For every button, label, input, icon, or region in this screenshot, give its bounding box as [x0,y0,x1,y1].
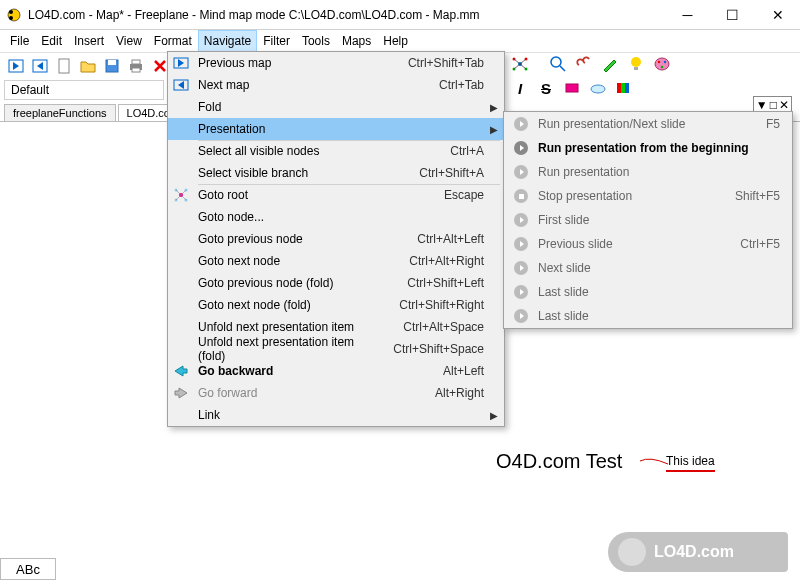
menu-item-presentation[interactable]: Presentation▶ [168,118,504,140]
submenu-item-run-presentation[interactable]: Run presentation [504,160,792,184]
mindmap-child-node[interactable]: This idea [666,454,715,472]
print-icon[interactable] [125,55,147,77]
menu-item-label: Unfold next presentation item (fold) [198,335,373,363]
submenu-item-last-slide[interactable]: Last slide [504,280,792,304]
menu-item-goto-previous-node-fold-[interactable]: Goto previous node (fold)Ctrl+Shift+Left [168,272,504,294]
menu-item-shortcut: Ctrl+A [450,144,484,158]
play-dot-icon [514,117,528,131]
menu-item-shortcut: Ctrl+Alt+Left [417,232,484,246]
zoom-icon[interactable] [547,53,569,75]
menu-item-goto-next-node[interactable]: Goto next nodeCtrl+Alt+Right [168,250,504,272]
submenu-item-label: Last slide [538,309,780,323]
menu-item-goto-root[interactable]: Goto rootEscape [168,184,504,206]
menu-item-shortcut: Ctrl+Shift+A [419,166,484,180]
play-dot-icon [514,141,528,155]
pen-icon[interactable] [599,53,621,75]
menu-item-label: Goto root [198,188,424,202]
panel-collapse-icon[interactable]: ▼ [756,98,768,112]
submenu-item-shortcut: F5 [766,117,780,131]
submenu-arrow-icon: ▶ [490,410,498,421]
mindmap-root-node[interactable]: O4D.com Test [496,450,622,473]
tab-document[interactable]: freeplaneFunctions [4,104,116,121]
menu-help[interactable]: Help [377,30,414,52]
panel-close-icon[interactable]: ✕ [779,98,789,112]
prev-map-icon[interactable] [5,55,27,77]
submenu-item-next-slide[interactable]: Next slide [504,256,792,280]
play-dot-icon [514,213,528,227]
maximize-button[interactable]: ☐ [710,0,755,29]
play-dot-icon [514,285,528,299]
submenu-item-label: Last slide [538,285,780,299]
minimize-button[interactable]: ─ [665,0,710,29]
menu-file[interactable]: File [4,30,35,52]
menu-item-shortcut: Alt+Right [435,386,484,400]
menu-item-next-map[interactable]: Next mapCtrl+Tab [168,74,504,96]
play-dot-icon [514,309,528,323]
menu-item-unfold-next-presentation-item-fold-[interactable]: Unfold next presentation item (fold)Ctrl… [168,338,504,360]
new-icon[interactable] [53,55,75,77]
menu-maps[interactable]: Maps [336,30,377,52]
italic-icon[interactable]: I [509,77,531,99]
svg-rect-26 [621,83,625,93]
watermark-logo-icon [618,538,646,566]
menu-item-label: Goto previous node [198,232,397,246]
mindmap-icon[interactable] [509,53,531,75]
menu-item-goto-previous-node[interactable]: Goto previous nodeCtrl+Alt+Left [168,228,504,250]
app-icon [6,7,22,23]
close-button[interactable]: ✕ [755,0,800,29]
chain-icon[interactable] [573,53,595,75]
save-icon[interactable] [101,55,123,77]
cloud-icon[interactable] [587,77,609,99]
menu-item-select-visible-branch[interactable]: Select visible branchCtrl+Shift+A [168,162,504,184]
next-map-icon [172,76,190,94]
menu-item-fold[interactable]: Fold▶ [168,96,504,118]
svg-rect-23 [566,84,578,92]
menu-item-goto-node-[interactable]: Goto node... [168,206,504,228]
menu-filter[interactable]: Filter [257,30,296,52]
menu-view[interactable]: View [110,30,148,52]
submenu-item-run-presentation-next-slide[interactable]: Run presentation/Next slideF5 [504,112,792,136]
menu-item-previous-map[interactable]: Previous mapCtrl+Shift+Tab [168,52,504,74]
palette-icon[interactable] [651,53,673,75]
titlebar: LO4D.com - Map* - Freeplane - Mind map m… [0,0,800,30]
svg-point-21 [664,61,666,63]
menu-format[interactable]: Format [148,30,198,52]
style-selector[interactable]: Default [4,80,164,100]
forward-icon [172,384,190,402]
menu-item-select-all-visible-nodes[interactable]: Select all visible nodesCtrl+A [168,140,504,162]
submenu-item-label: Next slide [538,261,780,275]
bulb-icon[interactable] [625,53,647,75]
submenu-item-last-slide[interactable]: Last slide [504,304,792,328]
play-dot-icon [514,165,528,179]
window-title: LO4D.com - Map* - Freeplane - Mind map m… [28,8,665,22]
menu-insert[interactable]: Insert [68,30,110,52]
navigate-menu: Previous mapCtrl+Shift+TabNext mapCtrl+T… [167,51,505,427]
strike-icon[interactable]: S [535,77,557,99]
submenu-item-first-slide[interactable]: First slide [504,208,792,232]
submenu-item-label: Stop presentation [538,189,735,203]
menu-navigate[interactable]: Navigate [198,30,257,52]
next-map-icon[interactable] [29,55,51,77]
menu-item-label: Goto next node (fold) [198,298,379,312]
submenu-item-stop-presentation[interactable]: Stop presentationShift+F5 [504,184,792,208]
panel-restore-icon[interactable]: □ [770,98,777,112]
menu-item-shortcut: Ctrl+Shift+Space [393,342,484,356]
open-icon[interactable] [77,55,99,77]
menu-edit[interactable]: Edit [35,30,68,52]
menu-item-go-backward[interactable]: Go backwardAlt+Left [168,360,504,382]
submenu-item-run-presentation-from-the-beginning[interactable]: Run presentation from the beginning [504,136,792,160]
submenu-item-label: First slide [538,213,780,227]
menu-item-label: Goto node... [198,210,484,224]
rainbow-icon[interactable] [613,77,635,99]
menu-tools[interactable]: Tools [296,30,336,52]
color-icon[interactable] [561,77,583,99]
toolbar-2b: I S [508,77,636,99]
presentation-submenu: Run presentation/Next slideF5Run present… [503,111,793,329]
play-dot-icon [514,237,528,251]
menu-item-goto-next-node-fold-[interactable]: Goto next node (fold)Ctrl+Shift+Right [168,294,504,316]
submenu-arrow-icon: ▶ [490,102,498,113]
submenu-item-previous-slide[interactable]: Previous slideCtrl+F5 [504,232,792,256]
svg-point-22 [661,66,663,68]
menu-item-link[interactable]: Link▶ [168,404,504,426]
statusbar-text: ABc [16,562,40,577]
